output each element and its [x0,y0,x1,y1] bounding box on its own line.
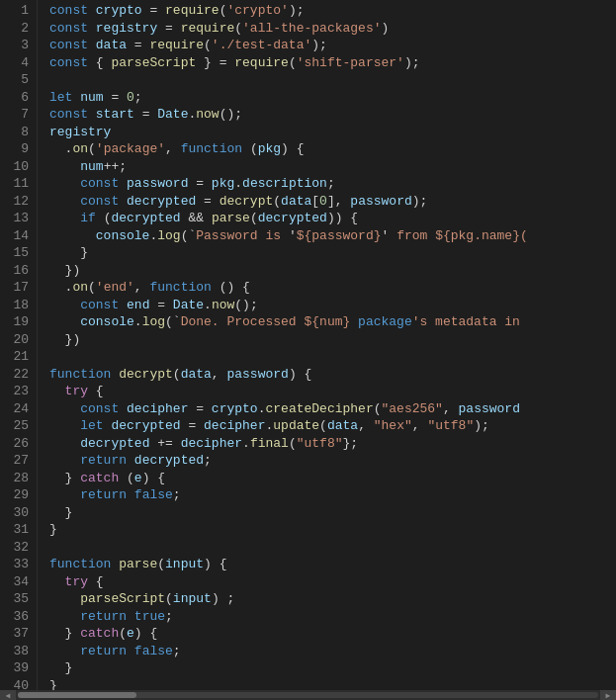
code-line: return true; [49,608,616,626]
line-number: 34 [8,573,29,591]
line-number: 10 [8,158,29,176]
line-number: 24 [8,400,29,418]
code-line: const { parseScript } = require('shift-p… [49,54,616,72]
code-line: const start = Date.now(); [49,106,616,124]
code-line: } catch(e) { [49,625,616,643]
code-line: parseScript(input) ; [49,590,616,608]
code-line: .on('end', function () { [49,279,616,297]
line-number: 17 [8,279,29,297]
line-number: 15 [8,244,29,262]
code-line: let decrypted = decipher.update(data, "h… [49,417,616,435]
line-number: 12 [8,193,29,211]
line-number: 11 [8,175,29,193]
line-number: 36 [8,608,29,626]
line-number: 35 [8,590,29,608]
line-numbers: 1234567891011121314151617181920212223242… [0,0,38,690]
code-editor: 1234567891011121314151617181920212223242… [0,0,616,700]
line-number: 2 [8,20,29,38]
line-number: 21 [8,348,29,366]
line-number: 5 [8,71,29,89]
line-number: 18 [8,297,29,314]
line-number: 1 [8,2,29,20]
code-line: function decrypt(data, password) { [49,366,616,384]
code-line: const password = pkg.description; [49,175,616,193]
code-line: } [49,504,616,522]
code-content[interactable]: const crypto = require('crypto');const r… [38,0,616,690]
line-number: 38 [8,643,29,660]
code-line [49,348,616,366]
code-area[interactable]: 1234567891011121314151617181920212223242… [0,0,616,690]
code-line: const decrypted = decrypt(data[0], passw… [49,193,616,211]
code-line: } [49,244,616,262]
line-number: 32 [8,539,29,557]
code-line: function parse(input) { [49,556,616,573]
code-line: const end = Date.now(); [49,297,616,314]
scrollbar-thumb[interactable] [18,692,136,698]
line-number: 6 [8,89,29,107]
line-number: 26 [8,435,29,453]
line-number: 22 [8,366,29,384]
line-number: 13 [8,210,29,227]
scroll-right-arrow[interactable]: ▶ [600,690,616,700]
scrollbar-track[interactable] [18,692,598,698]
code-line: } [49,677,616,691]
code-line: try { [49,573,616,591]
code-line: const crypto = require('crypto'); [49,2,616,20]
code-line: .on('package', function (pkg) { [49,140,616,158]
code-line: } catch (e) { [49,470,616,487]
scroll-left-arrow[interactable]: ◀ [0,690,16,700]
line-number: 28 [8,470,29,487]
line-number: 8 [8,124,29,141]
line-number: 31 [8,521,29,539]
code-line: let num = 0; [49,89,616,107]
line-number: 7 [8,106,29,124]
code-line: } [49,659,616,677]
line-number: 30 [8,504,29,522]
code-line: decrypted += decipher.final("utf8"}; [49,435,616,453]
line-number: 33 [8,556,29,573]
code-line: return false; [49,486,616,504]
code-line: const data = require('./test-data'); [49,37,616,54]
code-line: }) [49,262,616,280]
code-line [49,539,616,557]
code-line: registry [49,124,616,141]
line-number: 40 [8,677,29,691]
code-line: num++; [49,158,616,176]
line-number: 27 [8,452,29,470]
line-number: 39 [8,659,29,677]
line-number: 3 [8,37,29,54]
line-number: 16 [8,262,29,280]
line-number: 19 [8,313,29,331]
line-number: 37 [8,625,29,643]
code-line: const decipher = crypto.createDecipher("… [49,400,616,418]
code-line: return decrypted; [49,452,616,470]
code-line: try { [49,383,616,400]
line-number: 9 [8,140,29,158]
code-line: const registry = require('all-the-packag… [49,20,616,38]
code-line: console.log(`Password is '${password}' f… [49,227,616,245]
line-number: 23 [8,383,29,400]
code-line: console.log(`Done. Processed ${num} pack… [49,313,616,331]
code-line: return false; [49,643,616,660]
line-number: 25 [8,417,29,435]
code-line [49,71,616,89]
code-line: if (decrypted && parse(decrypted)) { [49,210,616,227]
horizontal-scrollbar[interactable]: ◀ ▶ [0,690,616,700]
line-number: 14 [8,227,29,245]
line-number: 4 [8,54,29,72]
code-line: } [49,521,616,539]
code-line: }) [49,331,616,349]
line-number: 29 [8,486,29,504]
line-number: 20 [8,331,29,349]
